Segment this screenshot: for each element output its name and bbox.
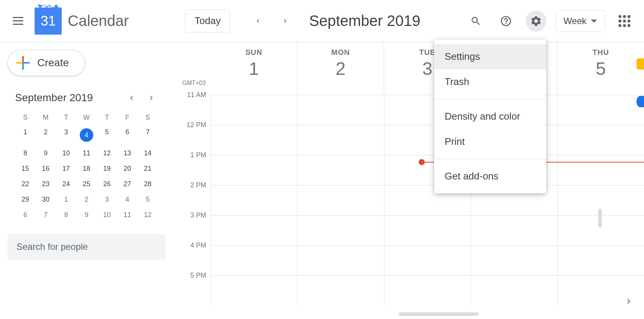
mini-day-cell[interactable]: 24: [56, 176, 76, 192]
vertical-scrollbar-thumb[interactable]: [598, 209, 602, 228]
mini-next-month[interactable]: [144, 91, 158, 105]
settings-button[interactable]: [526, 11, 547, 32]
time-cell[interactable]: [211, 155, 297, 185]
horizontal-scrollbar[interactable]: [399, 312, 478, 316]
time-cell[interactable]: [211, 276, 297, 305]
search-people-input[interactable]: Search for people: [8, 234, 166, 260]
mini-day-cell[interactable]: 12: [97, 146, 117, 161]
mini-day-cell[interactable]: 5: [97, 125, 117, 146]
mini-day-cell[interactable]: 2: [76, 192, 97, 207]
mini-calendar: September 2019 SMTWTFS123456789101112131…: [8, 91, 166, 223]
today-button[interactable]: Today: [185, 9, 230, 32]
menu-item-trash[interactable]: Trash: [434, 69, 546, 94]
sidebar: Create September 2019 SMTWTFS12345678910…: [0, 42, 173, 319]
mini-day-cell[interactable]: 6: [117, 125, 137, 146]
menu-item-addons[interactable]: Get add-ons: [434, 164, 546, 189]
mini-day-cell[interactable]: 29: [15, 192, 35, 207]
mini-day-cell[interactable]: 11: [117, 207, 137, 223]
time-cell[interactable]: [211, 246, 297, 275]
show-side-panel-button[interactable]: [624, 296, 633, 308]
mini-day-cell[interactable]: 28: [138, 176, 158, 192]
mini-day-cell[interactable]: 1: [15, 125, 35, 146]
time-cell[interactable]: [211, 185, 297, 215]
mini-day-cell[interactable]: 30: [35, 192, 56, 207]
time-cell[interactable]: [211, 216, 297, 245]
mini-day-cell[interactable]: 20: [117, 161, 137, 176]
mini-day-cell[interactable]: 11: [76, 146, 97, 161]
time-cell[interactable]: [297, 276, 384, 305]
help-button[interactable]: [495, 11, 516, 32]
mini-day-cell[interactable]: 8: [56, 207, 76, 223]
time-cell[interactable]: [471, 216, 557, 245]
mini-day-cell[interactable]: 10: [97, 207, 117, 223]
time-cell[interactable]: [297, 246, 384, 275]
mini-day-cell[interactable]: 25: [76, 176, 97, 192]
mini-day-cell[interactable]: 6: [15, 207, 35, 223]
app-logo[interactable]: 31 Calendar: [35, 8, 129, 35]
time-cell[interactable]: [471, 276, 557, 305]
mini-day-cell[interactable]: 9: [35, 146, 56, 161]
time-cell[interactable]: [297, 95, 384, 125]
hamburger-icon: [13, 17, 23, 25]
mini-day-cell[interactable]: 8: [15, 146, 35, 161]
time-cell[interactable]: [297, 125, 384, 155]
mini-day-cell[interactable]: 21: [138, 161, 158, 176]
create-button[interactable]: Create: [8, 50, 85, 76]
mini-day-cell[interactable]: 23: [35, 176, 56, 192]
mini-day-cell[interactable]: 17: [56, 161, 76, 176]
mini-day-cell[interactable]: 2: [35, 125, 56, 146]
mini-day-cell[interactable]: 3: [97, 192, 117, 207]
mini-day-cell[interactable]: 4: [76, 125, 97, 146]
mini-day-cell[interactable]: 4: [117, 192, 137, 207]
mini-day-cell[interactable]: 15: [15, 161, 35, 176]
time-cell[interactable]: [557, 155, 644, 185]
mini-day-cell[interactable]: 13: [117, 146, 137, 161]
time-cell[interactable]: [297, 216, 384, 245]
mini-day-cell[interactable]: 12: [138, 207, 158, 223]
time-cell[interactable]: [471, 246, 557, 275]
time-cell[interactable]: [557, 125, 644, 155]
search-button[interactable]: [465, 11, 486, 32]
time-cell[interactable]: [297, 155, 384, 185]
view-switcher[interactable]: Week: [556, 10, 605, 32]
menu-item-settings[interactable]: Settings: [434, 44, 546, 69]
mini-day-cell[interactable]: 27: [117, 176, 137, 192]
time-cell[interactable]: [384, 216, 471, 245]
mini-day-cell[interactable]: 3: [56, 125, 76, 146]
keep-sidebar-icon[interactable]: [636, 58, 644, 70]
mini-day-cell[interactable]: 9: [76, 207, 97, 223]
day-header[interactable]: MON2: [297, 42, 384, 94]
mini-prev-month[interactable]: [125, 91, 138, 105]
day-header[interactable]: SUN1: [211, 42, 297, 94]
tasks-sidebar-icon[interactable]: [636, 96, 644, 107]
mini-day-cell[interactable]: 5: [138, 192, 158, 207]
time-cell[interactable]: [557, 246, 644, 275]
day-header[interactable]: THU5: [557, 42, 644, 94]
mini-day-cell[interactable]: 19: [97, 161, 117, 176]
menu-item-density[interactable]: Density and color: [434, 104, 546, 129]
mini-day-cell[interactable]: 18: [76, 161, 97, 176]
next-period-button[interactable]: [276, 12, 294, 30]
header-bar: 31 Calendar Today September 2019 Week: [0, 0, 644, 42]
mini-day-cell[interactable]: 10: [56, 146, 76, 161]
time-cell[interactable]: [384, 276, 471, 305]
time-cell[interactable]: [211, 95, 297, 125]
mini-day-cell[interactable]: 16: [35, 161, 56, 176]
time-grid[interactable]: 11 AM12 PM1 PM2 PM3 PM4 PM5 PM: [173, 95, 644, 319]
time-row: 12 PM: [173, 125, 644, 155]
google-apps-button[interactable]: [614, 11, 635, 32]
time-cell[interactable]: [211, 125, 297, 155]
time-cell[interactable]: [297, 185, 384, 215]
mini-day-cell[interactable]: 7: [35, 207, 56, 223]
prev-period-button[interactable]: [249, 12, 267, 30]
scrollbar-thumb[interactable]: [399, 312, 478, 316]
main-menu-button[interactable]: [9, 12, 27, 30]
mini-day-cell[interactable]: 22: [15, 176, 35, 192]
mini-day-cell[interactable]: 1: [56, 192, 76, 207]
mini-day-cell[interactable]: 26: [97, 176, 117, 192]
mini-day-cell[interactable]: 7: [138, 125, 158, 146]
time-cell[interactable]: [557, 95, 644, 125]
time-cell[interactable]: [384, 246, 471, 275]
menu-item-print[interactable]: Print: [434, 129, 546, 154]
mini-day-cell[interactable]: 14: [138, 146, 158, 161]
